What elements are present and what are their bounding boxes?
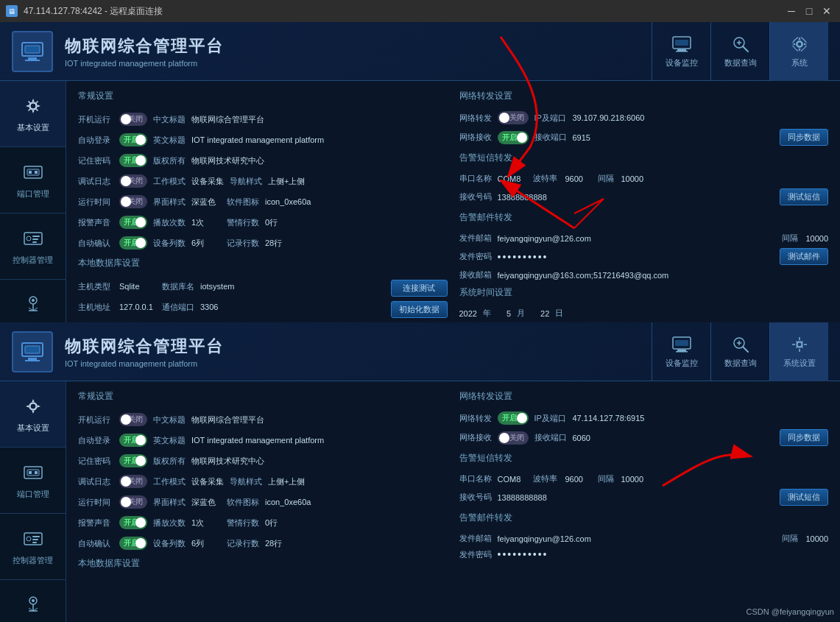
sidebar-port-1[interactable]: 端口管理 bbox=[0, 147, 66, 213]
row-alarm-2: 报警声音 开启 播放次数 1次 警情行数 0行 bbox=[78, 515, 448, 531]
toggle-autologin-2[interactable]: 开启 bbox=[119, 434, 147, 447]
svg-rect-5 bbox=[677, 49, 686, 51]
toggle-alarm-2[interactable]: 开启 bbox=[119, 516, 147, 529]
toggle-runtime-2[interactable]: 关闭 bbox=[119, 495, 147, 509]
sidebar-port-label-2: 端口管理 bbox=[17, 489, 49, 499]
btn-connect-test-1[interactable]: 连接测试 bbox=[391, 280, 448, 297]
nav-monitor-2[interactable]: 设备监控 bbox=[652, 322, 710, 381]
toggle-remember-1[interactable]: 开启 bbox=[119, 154, 147, 167]
panel-2: 物联网综合管理平台 IOT integrated management plat… bbox=[0, 322, 840, 622]
sidebar-basic-settings-2[interactable]: 基本设置 bbox=[0, 381, 66, 448]
btn-sync-1[interactable]: 同步数据 bbox=[780, 129, 828, 146]
section-net-2: 网络转发设置 bbox=[459, 390, 829, 406]
svg-point-57 bbox=[27, 537, 31, 541]
close-button[interactable]: ✕ bbox=[819, 4, 834, 18]
sidebar-controller-2[interactable]: 控制器管理 bbox=[0, 514, 66, 580]
toggle-debug-2[interactable]: 关闭 bbox=[119, 475, 147, 488]
header-nav-2: 设备监控 数据查询 bbox=[652, 322, 828, 381]
toggle-runtime-1[interactable]: 关闭 bbox=[119, 195, 147, 208]
svg-rect-59 bbox=[32, 539, 38, 540]
toggle-net-forward-1[interactable]: 关闭 bbox=[498, 111, 529, 124]
sidebar-controller-1[interactable]: 控制器管理 bbox=[0, 213, 66, 280]
title-bar-text: 47.114.127.78:4242 - 远程桌面连接 bbox=[24, 5, 778, 18]
svg-rect-39 bbox=[675, 340, 688, 346]
row-remember-2: 记住密码 开启 版权所有 物联网技术研究中心 bbox=[78, 453, 448, 469]
nav-search-label-2: 数据查询 bbox=[724, 358, 757, 369]
section-time-1: 系统时间设置 bbox=[459, 286, 829, 302]
title-bar-icon: 🖥 bbox=[6, 5, 18, 17]
section-db-2: 本地数据库设置 bbox=[78, 557, 448, 573]
time-row-1: 2022 年 5 月 22 日 bbox=[459, 308, 829, 319]
app-header-2: 物联网综合管理平台 IOT integrated management plat… bbox=[0, 322, 840, 381]
main-title-2: 物联网综合管理平台 bbox=[65, 336, 652, 358]
svg-point-22 bbox=[27, 236, 31, 241]
net-forward-row-1: 网络转发 关闭 IP及端口 39.107.90.218:6060 bbox=[459, 111, 829, 124]
row-remember-1: 记住密码 开启 版权所有 物联网技术研究中心 bbox=[78, 152, 448, 169]
svg-point-14 bbox=[797, 42, 802, 46]
svg-rect-25 bbox=[32, 241, 37, 243]
title-bar: 🖥 47.114.127.78:4242 - 远程桌面连接 ─ □ ✕ bbox=[0, 0, 840, 22]
header-logo-1 bbox=[12, 31, 53, 72]
section-general-1: 常规设置 bbox=[78, 90, 448, 105]
sub-title-1: IOT integrated management platform bbox=[65, 59, 652, 68]
sms-row1-1: 串口名称 COM8 波特率 9600 间隔 10000 bbox=[459, 173, 829, 184]
svg-rect-60 bbox=[32, 542, 37, 543]
toggle-autoconfirm-1[interactable]: 开启 bbox=[119, 236, 147, 250]
row-autoconfirm-2: 自动确认 开启 设备列数 6列 记录行数 28行 bbox=[78, 535, 448, 551]
toggle-alarm-1[interactable]: 开启 bbox=[119, 216, 147, 229]
nav-system-label-2: 系统设置 bbox=[783, 358, 816, 369]
btn-test-sms-2[interactable]: 测试短信 bbox=[780, 489, 828, 506]
section-alarm-email-1: 告警邮件转发 bbox=[459, 211, 829, 227]
row-runtime-2: 运行时间 关闭 界面样式 深蓝色 软件图标 icon_0xe60a bbox=[78, 494, 448, 510]
nav-system-1[interactable]: 系统 bbox=[769, 22, 828, 81]
toggle-startup-2[interactable]: 关闭 bbox=[119, 413, 147, 426]
svg-rect-23 bbox=[32, 236, 40, 237]
svg-rect-6 bbox=[676, 51, 688, 52]
btn-test-sms-1[interactable]: 测试短信 bbox=[780, 188, 828, 205]
sidebar-port-2[interactable]: 端口管理 bbox=[0, 448, 66, 514]
toggle-net-receive-1[interactable]: 开启 bbox=[498, 131, 529, 144]
btn-sync-2[interactable]: 同步数据 bbox=[780, 429, 828, 446]
maximize-button[interactable]: □ bbox=[802, 4, 816, 18]
email-row3-1: 接收邮箱 feiyangqingyun@163.com;517216493@qq… bbox=[459, 269, 829, 280]
header-title-1: 物联网综合管理平台 IOT integrated management plat… bbox=[65, 35, 652, 68]
toggle-debug-1[interactable]: 关闭 bbox=[119, 174, 147, 188]
btn-test-email-1[interactable]: 测试邮件 bbox=[780, 248, 828, 265]
toggle-startup-1[interactable]: 关闭 bbox=[119, 113, 147, 126]
toggle-net-forward-2[interactable]: 开启 bbox=[498, 411, 529, 425]
settings-left-1: 常规设置 开机运行 关闭 中文标题 物联网综合管理平台 自动登录 开启 bbox=[78, 90, 448, 340]
toggle-remember-2[interactable]: 开启 bbox=[119, 454, 147, 467]
svg-point-66 bbox=[32, 599, 35, 602]
btn-init-data-1[interactable]: 初始化数据 bbox=[391, 301, 448, 318]
sidebar-basic-settings-1[interactable]: 基本设置 bbox=[0, 81, 66, 147]
toggle-net-receive-2[interactable]: 关闭 bbox=[498, 431, 529, 445]
svg-rect-3 bbox=[25, 46, 40, 53]
svg-line-9 bbox=[743, 46, 748, 52]
svg-point-16 bbox=[30, 103, 36, 109]
toggle-autoconfirm-2[interactable]: 开启 bbox=[119, 537, 147, 550]
email-row2-1: 发件密码 •••••••••• 测试邮件 bbox=[459, 248, 829, 265]
nav-monitor-1[interactable]: 设备监控 bbox=[652, 22, 710, 81]
email-row1-2: 发件邮箱 feiyangqingyun@126.com 间隔 10000 bbox=[459, 533, 829, 544]
svg-rect-19 bbox=[29, 171, 32, 174]
toggle-autologin-1[interactable]: 开启 bbox=[119, 133, 147, 146]
svg-rect-38 bbox=[676, 351, 688, 353]
sms-row2-1: 接收号码 13888888888 测试短信 bbox=[459, 188, 829, 205]
svg-rect-2 bbox=[25, 60, 40, 61]
settings-area-2: 常规设置 开机运行 关闭 中文标题 物联网综合管理平台 自动登录 开启 bbox=[66, 381, 840, 622]
db-row-type-1: 主机类型 Sqlite 数据库名 iotsystem bbox=[78, 278, 379, 294]
nav-search-2[interactable]: 数据查询 bbox=[710, 322, 769, 381]
section-db-1: 本地数据库设置 bbox=[78, 257, 448, 272]
section-alarm-sms-1: 告警短信转发 bbox=[459, 152, 829, 167]
row-debuglog-1: 调试日志 关闭 工作模式 设备采集 导航样式 上侧+上侧 bbox=[78, 173, 448, 189]
title-bar-controls: ─ □ ✕ bbox=[784, 4, 834, 18]
row-autoconfirm-1: 自动确认 开启 设备列数 6列 记录行数 28行 bbox=[78, 235, 448, 251]
nav-system-2[interactable]: 系统设置 bbox=[769, 322, 828, 381]
svg-rect-33 bbox=[28, 358, 37, 360]
nav-monitor-label-2: 设备监控 bbox=[666, 358, 698, 369]
minimize-button[interactable]: ─ bbox=[784, 4, 799, 18]
nav-search-1[interactable]: 数据查询 bbox=[710, 22, 769, 81]
svg-rect-34 bbox=[25, 360, 40, 361]
sidebar-detector-2[interactable]: 探测器管理 bbox=[0, 580, 66, 622]
svg-rect-24 bbox=[32, 238, 38, 240]
